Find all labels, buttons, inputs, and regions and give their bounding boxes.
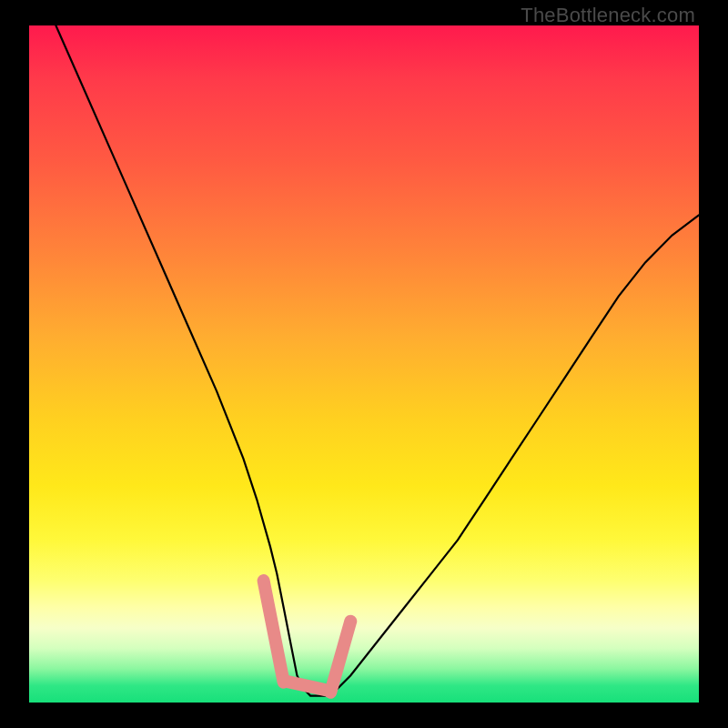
plot-area	[29, 25, 699, 703]
chart-frame: TheBottleneck.com	[0, 0, 728, 728]
watermark-text: TheBottleneck.com	[521, 4, 695, 27]
mask-flat	[284, 681, 331, 691]
bottleneck-curve	[56, 25, 699, 696]
curve-svg	[29, 25, 699, 703]
mask-right	[330, 622, 350, 693]
